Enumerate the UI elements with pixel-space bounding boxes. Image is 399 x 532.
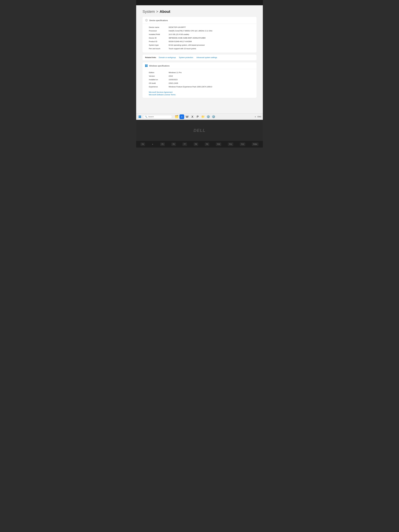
settings-window: System > About ⓘ Device specifications D… — [136, 5, 263, 114]
spec-label: Version — [149, 75, 169, 77]
windows-specs-card: Windows specifications Edition Windows 1… — [142, 62, 256, 98]
table-row: Experience Windows Feature Experience Pa… — [149, 85, 250, 89]
breadcrumb-about: About — [160, 10, 170, 14]
spec-label: Edition — [149, 71, 169, 74]
spec-label: Processor — [149, 30, 169, 32]
ms-link[interactable]: Microsoft Services Agreement — [149, 91, 250, 93]
system-protection-link[interactable]: System protection — [178, 57, 194, 58]
table-row: Product ID 00330-51949-44117-AAOEM — [149, 40, 250, 43]
taskbar-app-chrome[interactable]: ⚙️ — [206, 114, 211, 119]
key-prtsc: PrtSc — [252, 143, 258, 146]
windows-specs-table: Edition Windows 11 Pro Version 22H2 Inst… — [142, 69, 256, 91]
spec-value: 16.0 GB (15.9 GB usable) — [169, 33, 250, 35]
taskbar-app-zoom[interactable]: ● — [179, 114, 184, 119]
table-row: OS build 22621.2428 — [149, 81, 250, 85]
spec-label: Experience — [149, 86, 169, 88]
ms-links: Microsoft Services AgreementMicrosoft So… — [142, 91, 256, 98]
spec-value: Windows Feature Experience Pack 1000.226… — [169, 86, 250, 88]
key-f4: F4 — [141, 143, 145, 146]
table-row: Edition Windows 11 Pro — [149, 71, 250, 74]
spec-label: System type — [149, 44, 169, 46]
spec-label: Pen and touch — [149, 48, 169, 50]
device-specs-header: ⓘ Device specifications — [142, 17, 256, 24]
spec-value: 10/30/2023 — [169, 79, 250, 81]
laptop-bottom: DELL — [136, 120, 263, 141]
spec-value: 64-bit operating system, x64-based proce… — [169, 44, 250, 46]
taskbar-apps: 🗂️ ● W X P 📁 ⚙️ ⚙️ — [174, 114, 216, 119]
key-f8: F8 — [194, 143, 198, 146]
taskbar-lang: ENG — [258, 116, 261, 118]
spec-label: OS build — [149, 82, 169, 84]
spec-value: DESKTOP-UKV6PPT — [169, 26, 250, 28]
breadcrumb-separator: > — [156, 10, 158, 14]
domain-workgroup-link[interactable]: Domain or workgroup — [158, 57, 177, 58]
related-links-section: Related links Domain or workgroup System… — [142, 55, 256, 60]
table-row: System type 64-bit operating system, x64… — [149, 43, 250, 47]
spec-value: 22H2 — [169, 75, 250, 77]
info-icon: ⓘ — [145, 19, 148, 22]
spec-value: 00330-51949-44117-AAOEM — [169, 40, 250, 43]
table-row: Installed on 10/30/2023 — [149, 78, 250, 81]
table-row: Device name DESKTOP-UKV6PPT — [149, 25, 250, 29]
taskbar-app-settings[interactable]: ⚙️ — [211, 114, 216, 119]
spec-label: Device name — [149, 26, 169, 28]
key-dot — [152, 144, 153, 145]
taskbar: 🔍 Search 🗂️ ● W X P 📁 ⚙️ ⚙️ ∧ ENG — [136, 114, 263, 120]
windows-specs-title: Windows specifications — [149, 65, 170, 67]
taskbar-app-explorer[interactable]: 📁 — [201, 114, 205, 119]
spec-label: Product ID — [149, 40, 169, 43]
windows-logo — [139, 116, 141, 118]
key-f10: F10 — [216, 143, 221, 146]
table-row: Version 22H2 — [149, 74, 250, 78]
taskbar-right: ∧ ENG — [255, 116, 261, 118]
keyboard-bar: F4 F5 F6 F7 F8 F9 F10 F11 F12 PrtSc — [136, 141, 263, 147]
spec-label: Installed RAM — [149, 33, 169, 35]
key-f9: F9 — [205, 143, 209, 146]
windows-icon — [145, 64, 147, 67]
spec-label: Device ID — [149, 37, 169, 39]
device-specs-table: Device name DESKTOP-UKV6PPT Processor In… — [142, 24, 256, 52]
key-f11: F11 — [228, 143, 233, 146]
key-f6: F6 — [171, 143, 176, 146]
windows-specs-header: Windows specifications — [142, 62, 256, 69]
tray-arrow[interactable]: ∧ — [255, 116, 256, 118]
related-links-label: Related links — [145, 57, 156, 58]
search-bar[interactable]: 🔍 Search — [143, 115, 172, 119]
search-placeholder: Search — [148, 116, 154, 118]
key-f7: F7 — [183, 143, 187, 146]
table-row: Pen and touch Touch support with 10 touc… — [149, 47, 250, 51]
table-row: Installed RAM 16.0 GB (15.9 GB usable) — [149, 33, 250, 36]
taskbar-app-powerpoint[interactable]: P — [195, 114, 200, 119]
device-specs-card: ⓘ Device specifications Device name DESK… — [142, 17, 256, 52]
search-icon: 🔍 — [145, 116, 147, 118]
table-row: Processor Intel(R) Core(TM) i7-8650U CPU… — [149, 29, 250, 33]
key-f12: F12 — [240, 143, 245, 146]
page-title: System > About — [142, 10, 256, 14]
top-bar — [136, 0, 263, 5]
spec-value: 3BF8EE68-AA0B-41BB-894F-AE991AFA28B9 — [169, 37, 250, 39]
taskbar-app-word[interactable]: W — [185, 114, 190, 119]
spec-label: Installed on — [149, 79, 169, 81]
advanced-system-settings-link[interactable]: Advanced system settings — [195, 57, 218, 58]
dell-logo: DELL — [193, 128, 206, 133]
spec-value: 22621.2428 — [169, 82, 250, 84]
taskbar-app-files[interactable]: 🗂️ — [174, 114, 179, 119]
spec-value: Windows 11 Pro — [169, 71, 250, 74]
device-specs-title: Device specifications — [149, 19, 168, 21]
spec-value: Intel(R) Core(TM) i7-8650U CPU @ 1.90GHz… — [169, 30, 250, 32]
taskbar-app-excel[interactable]: X — [190, 114, 195, 119]
breadcrumb-system[interactable]: System — [142, 10, 155, 14]
start-button[interactable] — [138, 115, 142, 119]
key-f5: F5 — [160, 143, 165, 146]
ms-link[interactable]: Microsoft Software License Terms — [149, 94, 250, 96]
table-row: Device ID 3BF8EE68-AA0B-41BB-894F-AE991A… — [149, 36, 250, 40]
spec-value: Touch support with 10 touch points — [169, 48, 250, 50]
